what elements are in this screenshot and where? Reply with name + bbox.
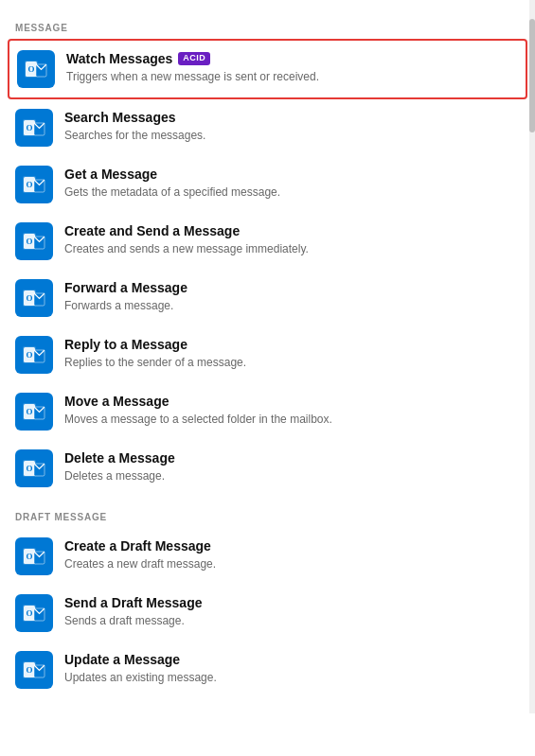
list-item-delete-message[interactable]: O Delete a MessageDeletes a message.	[0, 440, 535, 497]
item-description-move-message: Moves a message to a selected folder in …	[64, 412, 520, 428]
item-description-search-messages: Searches for the messages.	[64, 128, 520, 144]
item-description-get-message: Gets the metadata of a specified message…	[64, 185, 520, 201]
item-title-text-reply-message: Reply to a Message	[64, 336, 187, 353]
outlook-icon-create-send-message: O	[15, 222, 53, 260]
item-title-delete-message: Delete a Message	[64, 449, 520, 466]
outlook-icon-delete-message: O	[15, 449, 53, 487]
outlook-icon-search-messages: O	[15, 109, 53, 147]
item-description-delete-message: Deletes a message.	[64, 468, 520, 484]
item-title-create-draft: Create a Draft Message	[64, 537, 520, 554]
outlook-icon-forward-message: O	[15, 279, 53, 317]
list-item-create-draft[interactable]: O Create a Draft MessageCreates a new dr…	[0, 528, 535, 585]
outlook-svg: O	[22, 115, 46, 140]
item-title-text-move-message: Move a Message	[64, 393, 169, 410]
item-content-reply-message: Reply to a MessageReplies to the sender …	[64, 336, 520, 371]
item-content-send-draft: Send a Draft MessageSends a draft messag…	[64, 594, 520, 629]
outlook-svg: O	[24, 57, 48, 81]
svg-text:O: O	[26, 407, 32, 416]
item-content-forward-message: Forward a MessageForwards a message.	[64, 279, 520, 314]
outlook-svg: O	[22, 286, 46, 310]
item-description-create-draft: Creates a new draft message.	[64, 556, 520, 572]
item-title-create-send-message: Create and Send a Message	[64, 222, 520, 239]
item-title-move-message: Move a Message	[64, 393, 520, 410]
list-item-search-messages[interactable]: O Search MessagesSearches for the messag…	[0, 99, 535, 156]
content-area: MESSAGE O Watch MessagesACIDTriggers whe…	[0, 15, 535, 698]
item-description-update-message: Updates an existing message.	[64, 670, 520, 686]
item-content-delete-message: Delete a MessageDeletes a message.	[64, 449, 520, 484]
outlook-icon-reply-message: O	[15, 336, 53, 374]
outlook-svg: O	[22, 456, 46, 481]
outlook-icon-create-draft: O	[15, 537, 53, 575]
section-label-1: DRAFT MESSAGE	[0, 504, 535, 528]
svg-text:O: O	[26, 237, 32, 246]
outlook-icon-send-draft: O	[15, 594, 53, 632]
item-description-watch-messages: Triggers when a new message is sent or r…	[66, 69, 518, 85]
item-title-text-delete-message: Delete a Message	[64, 449, 175, 466]
item-description-reply-message: Replies to the sender of a message.	[64, 355, 520, 371]
item-title-forward-message: Forward a Message	[64, 279, 520, 296]
list-item-move-message[interactable]: O Move a MessageMoves a message to a sel…	[0, 383, 535, 440]
item-title-watch-messages: Watch MessagesACID	[66, 50, 518, 67]
svg-text:O: O	[26, 293, 32, 303]
item-title-text-forward-message: Forward a Message	[64, 279, 187, 296]
outlook-icon-move-message: O	[15, 393, 53, 431]
item-content-update-message: Update a MessageUpdates an existing mess…	[64, 651, 520, 686]
acid-badge-watch-messages: ACID	[178, 52, 210, 65]
outlook-svg: O	[22, 399, 46, 424]
svg-text:O: O	[26, 350, 32, 360]
item-title-text-search-messages: Search Messages	[64, 109, 176, 126]
item-title-text-get-message: Get a Message	[64, 166, 157, 183]
item-title-text-create-send-message: Create and Send a Message	[64, 222, 240, 239]
item-description-send-draft: Sends a draft message.	[64, 613, 520, 629]
list-item-update-message[interactable]: O Update a MessageUpdates an existing me…	[0, 642, 535, 698]
outlook-svg: O	[22, 172, 46, 197]
item-title-reply-message: Reply to a Message	[64, 336, 520, 353]
section-divider-0	[0, 497, 535, 504]
section-label-0: MESSAGE	[0, 15, 535, 39]
list-item-forward-message[interactable]: O Forward a MessageForwards a message.	[0, 270, 535, 326]
svg-text:O: O	[26, 552, 32, 561]
outlook-icon-update-message: O	[15, 651, 53, 689]
item-content-create-send-message: Create and Send a MessageCreates and sen…	[64, 222, 520, 257]
svg-text:O: O	[26, 665, 32, 675]
main-container: MESSAGE O Watch MessagesACIDTriggers whe…	[0, 0, 535, 713]
item-content-move-message: Move a MessageMoves a message to a selec…	[64, 393, 520, 428]
item-title-text-watch-messages: Watch Messages	[66, 50, 172, 67]
item-title-update-message: Update a Message	[64, 651, 520, 668]
outlook-svg: O	[22, 544, 46, 569]
svg-text:O: O	[26, 123, 32, 132]
svg-text:O: O	[26, 180, 32, 189]
outlook-svg: O	[22, 658, 46, 682]
outlook-svg: O	[22, 601, 46, 625]
item-description-forward-message: Forwards a message.	[64, 298, 520, 314]
svg-text:O: O	[26, 464, 32, 473]
item-content-create-draft: Create a Draft MessageCreates a new draf…	[64, 537, 520, 572]
outlook-icon-watch-messages: O	[17, 50, 55, 88]
item-title-text-update-message: Update a Message	[64, 651, 180, 668]
item-content-get-message: Get a MessageGets the metadata of a spec…	[64, 166, 520, 201]
list-item-get-message[interactable]: O Get a MessageGets the metadata of a sp…	[0, 156, 535, 213]
item-content-search-messages: Search MessagesSearches for the messages…	[64, 109, 520, 144]
list-item-reply-message[interactable]: O Reply to a MessageReplies to the sende…	[0, 326, 535, 383]
item-title-text-create-draft: Create a Draft Message	[64, 537, 211, 554]
list-item-watch-messages[interactable]: O Watch MessagesACIDTriggers when a new …	[8, 39, 527, 99]
list-item-create-send-message[interactable]: O Create and Send a MessageCreates and s…	[0, 213, 535, 270]
item-title-text-send-draft: Send a Draft Message	[64, 594, 203, 611]
item-title-send-draft: Send a Draft Message	[64, 594, 520, 611]
item-title-search-messages: Search Messages	[64, 109, 520, 126]
item-description-create-send-message: Creates and sends a new message immediat…	[64, 241, 520, 257]
list-item-send-draft[interactable]: O Send a Draft MessageSends a draft mess…	[0, 585, 535, 642]
outlook-svg: O	[22, 343, 46, 367]
svg-text:O: O	[27, 64, 34, 74]
outlook-svg: O	[22, 229, 46, 254]
item-content-watch-messages: Watch MessagesACIDTriggers when a new me…	[66, 50, 518, 85]
outlook-icon-get-message: O	[15, 166, 53, 203]
item-title-get-message: Get a Message	[64, 166, 520, 183]
svg-text:O: O	[26, 608, 32, 618]
